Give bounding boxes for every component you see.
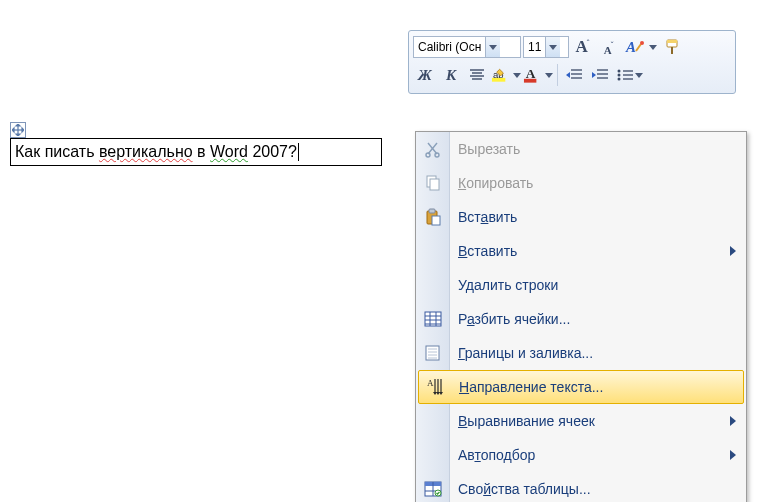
- menu-paste[interactable]: Вставить: [416, 200, 746, 234]
- svg-point-21: [617, 78, 620, 81]
- svg-text:A: A: [625, 39, 636, 55]
- cut-icon: [422, 138, 444, 160]
- menu-label: Границы и заливка...: [458, 345, 593, 361]
- submenu-arrow-icon: [730, 450, 736, 460]
- svg-point-19: [617, 70, 620, 73]
- paste-icon: [422, 206, 444, 228]
- highlight-button[interactable]: ab: [491, 63, 521, 87]
- menu-paste-sub[interactable]: Вставить: [416, 234, 746, 268]
- font-color-button[interactable]: A: [523, 63, 553, 87]
- cell-text: Как писать вертикально в Word 2007?: [15, 143, 299, 162]
- shrink-font-button[interactable]: Aˇ: [597, 35, 621, 59]
- svg-rect-33: [432, 216, 440, 225]
- menu-label: Свойства таблицы...: [458, 481, 591, 497]
- submenu-arrow-icon: [730, 416, 736, 426]
- align-center-button[interactable]: [465, 63, 489, 87]
- menu-cell-alignment[interactable]: Выравнивание ячеек: [416, 404, 746, 438]
- font-size-value: 11: [524, 40, 545, 54]
- svg-point-27: [426, 153, 430, 157]
- toolbar-row-2: Ж К ab A: [413, 63, 731, 87]
- increase-indent-button[interactable]: [588, 63, 612, 87]
- menu-label: Вставить: [458, 243, 517, 259]
- grow-font-button[interactable]: Aˆ: [571, 35, 595, 59]
- font-name-combo[interactable]: Calibri (Осн: [413, 36, 521, 58]
- font-size-combo[interactable]: 11: [523, 36, 569, 58]
- svg-text:A: A: [427, 378, 434, 388]
- svg-point-20: [617, 74, 620, 77]
- menu-label: Автоподбор: [458, 447, 535, 463]
- menu-label: Разбить ячейки...: [458, 311, 570, 327]
- svg-rect-4: [671, 47, 673, 54]
- toolbar-row-1: Calibri (Осн 11 Aˆ Aˇ A: [413, 35, 731, 59]
- font-size-dropdown-btn[interactable]: [545, 37, 560, 57]
- menu-label: Вырезать: [458, 141, 520, 157]
- table-properties-icon: [422, 478, 444, 500]
- mini-toolbar: Calibri (Осн 11 Aˆ Aˇ A: [408, 30, 736, 94]
- italic-button[interactable]: К: [439, 63, 463, 87]
- context-menu: Вырезать Копировать Вставить Вставить Уд…: [415, 131, 747, 502]
- table-cell[interactable]: Как писать вертикально в Word 2007?: [10, 138, 382, 166]
- split-cells-icon: [422, 308, 444, 330]
- menu-label: Удалить строки: [458, 277, 558, 293]
- menu-label: Копировать: [458, 175, 533, 191]
- menu-label: Вставить: [458, 209, 517, 225]
- font-name-dropdown-btn[interactable]: [485, 37, 500, 57]
- borders-icon: [422, 342, 444, 364]
- text-caret: [298, 143, 299, 161]
- bullets-button[interactable]: [614, 63, 644, 87]
- svg-rect-12: [524, 79, 536, 83]
- svg-point-28: [435, 153, 439, 157]
- menu-split-cells[interactable]: Разбить ячейки...: [416, 302, 746, 336]
- menu-copy: Копировать: [416, 166, 746, 200]
- menu-cut: Вырезать: [416, 132, 746, 166]
- menu-borders-shading[interactable]: Границы и заливка...: [416, 336, 746, 370]
- menu-autofit[interactable]: Автоподбор: [416, 438, 746, 472]
- table-move-handle[interactable]: [10, 122, 26, 138]
- submenu-arrow-icon: [730, 246, 736, 256]
- text-direction-icon: A: [425, 376, 447, 398]
- menu-text-direction[interactable]: A Направление текста...: [418, 370, 744, 404]
- styles-button[interactable]: A: [623, 35, 657, 59]
- bold-button[interactable]: Ж: [413, 63, 437, 87]
- svg-rect-30: [430, 179, 439, 190]
- menu-table-properties[interactable]: Свойства таблицы...: [416, 472, 746, 502]
- format-painter-button[interactable]: [659, 35, 689, 59]
- svg-text:A: A: [526, 66, 536, 81]
- svg-rect-3: [667, 40, 677, 43]
- decrease-indent-button[interactable]: [562, 63, 586, 87]
- font-name-value: Calibri (Осн: [414, 40, 485, 54]
- svg-rect-32: [429, 209, 435, 213]
- copy-icon: [422, 172, 444, 194]
- menu-delete-rows[interactable]: Удалить строки: [416, 268, 746, 302]
- menu-label: Выравнивание ячеек: [458, 413, 595, 429]
- menu-label: Направление текста...: [459, 379, 603, 395]
- svg-point-1: [640, 41, 644, 45]
